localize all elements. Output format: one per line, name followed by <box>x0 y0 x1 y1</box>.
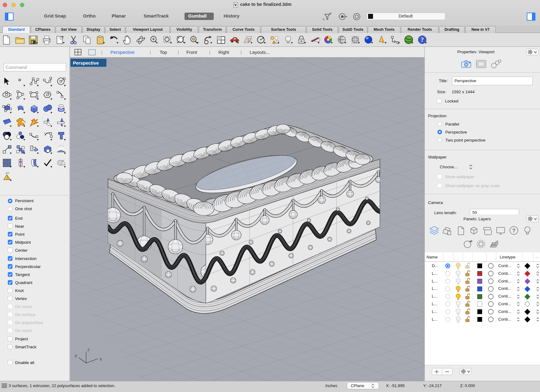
svg-text:?: ? <box>512 228 515 234</box>
svg-text:y: y <box>75 353 77 358</box>
svg-text:?: ? <box>421 36 424 43</box>
svg-text:Perspective: Perspective <box>73 60 99 66</box>
svg-text:x: x <box>100 356 102 362</box>
svg-text:z: z <box>87 347 90 352</box>
